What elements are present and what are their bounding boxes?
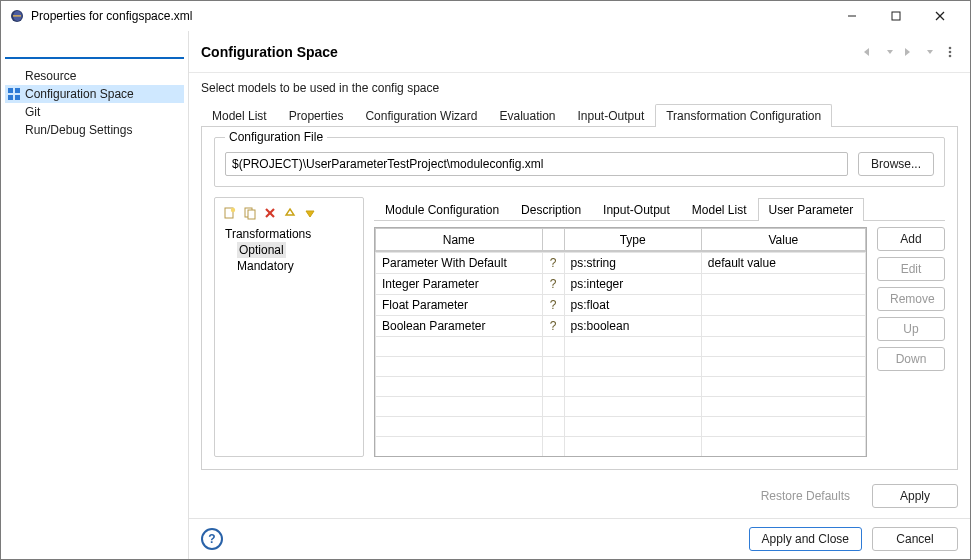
dialog-window: Properties for configspace.xml Resource …	[0, 0, 971, 560]
transformations-panel: Transformations Optional Mandatory	[214, 197, 364, 457]
inner-tab-description[interactable]: Description	[510, 198, 592, 221]
cell-value	[701, 295, 865, 316]
tab-model-list[interactable]: Model List	[201, 104, 278, 127]
down-arrow-icon[interactable]	[301, 204, 319, 222]
col-name[interactable]: Name	[376, 229, 543, 251]
tab-input-output[interactable]: Input-Output	[567, 104, 656, 127]
cell-name: Float Parameter	[376, 295, 543, 316]
menu-icon[interactable]	[942, 44, 958, 60]
new-file-icon[interactable]	[221, 204, 239, 222]
filter-input[interactable]	[5, 37, 184, 59]
config-space-icon	[7, 87, 21, 101]
help-icon[interactable]: ?	[201, 528, 223, 550]
svg-rect-8	[15, 88, 20, 93]
cell-type: ps:string	[564, 253, 701, 274]
header-nav-icons	[862, 44, 958, 60]
svg-rect-7	[8, 88, 13, 93]
tree-item-mandatory[interactable]: Mandatory	[221, 258, 357, 274]
browse-button[interactable]: Browse...	[858, 152, 934, 176]
up-arrow-icon[interactable]	[281, 204, 299, 222]
tab-properties[interactable]: Properties	[278, 104, 355, 127]
inner-tab-user-parameter[interactable]: User Parameter	[758, 198, 865, 221]
cell-name: Parameter With Default	[376, 253, 543, 274]
col-type[interactable]: Type	[564, 229, 701, 251]
svg-rect-2	[13, 15, 21, 16]
dialog-body: Resource Configuration Space Git Run/Deb…	[1, 31, 970, 559]
apply-button[interactable]: Apply	[872, 484, 958, 508]
cell-value: default value	[701, 253, 865, 274]
table-row[interactable]: Parameter With Default ? ps:string defau…	[376, 253, 866, 274]
col-value[interactable]: Value	[701, 229, 865, 251]
page-header: Configuration Space	[189, 31, 970, 73]
config-file-legend: Configuration File	[225, 130, 327, 144]
inner-tab-model-list[interactable]: Model List	[681, 198, 758, 221]
cell-value	[701, 274, 865, 295]
nav-item-configuration-space[interactable]: Configuration Space	[5, 85, 184, 103]
table-row[interactable]: Float Parameter ? ps:float	[376, 295, 866, 316]
transformations-tree[interactable]: Transformations Optional Mandatory	[221, 226, 357, 274]
nav-item-run-debug[interactable]: Run/Debug Settings	[5, 121, 184, 139]
svg-point-12	[949, 50, 952, 53]
subheader: Select models to be used in the config s…	[201, 81, 958, 95]
forward-dropdown-icon[interactable]	[922, 44, 938, 60]
right-panel: Module Configuration Description Input-O…	[374, 197, 945, 457]
svg-point-11	[949, 46, 952, 49]
table-row[interactable]: Integer Parameter ? ps:integer	[376, 274, 866, 295]
help-icon[interactable]: ?	[542, 253, 564, 274]
forward-icon[interactable]	[902, 44, 918, 60]
edit-button[interactable]: Edit	[877, 257, 945, 281]
tab-evaluation[interactable]: Evaluation	[488, 104, 566, 127]
maximize-button[interactable]	[874, 2, 918, 30]
cell-type: ps:integer	[564, 274, 701, 295]
help-icon[interactable]: ?	[542, 274, 564, 295]
eclipse-icon	[9, 8, 25, 24]
col-help[interactable]	[542, 229, 564, 251]
outer-tabstrip: Model List Properties Configuration Wiza…	[201, 103, 958, 127]
inner-tab-module-config[interactable]: Module Configuration	[374, 198, 510, 221]
restore-defaults-button[interactable]: Restore Defaults	[749, 484, 862, 508]
copy-icon[interactable]	[241, 204, 259, 222]
apply-close-button[interactable]: Apply and Close	[749, 527, 862, 551]
parameter-grid[interactable]: Name Type Value	[374, 227, 867, 457]
table-row[interactable]: Boolean Parameter ? ps:boolean	[376, 316, 866, 337]
tab-transformation-config[interactable]: Transformation Configuration	[655, 104, 832, 127]
inner-tabstrip: Module Configuration Description Input-O…	[374, 197, 945, 221]
table-row	[376, 437, 866, 457]
svg-point-15	[231, 208, 235, 212]
nav-label: Git	[25, 105, 40, 119]
minimize-button[interactable]	[830, 2, 874, 30]
nav-item-git[interactable]: Git	[5, 103, 184, 121]
back-dropdown-icon[interactable]	[882, 44, 898, 60]
tab-config-wizard[interactable]: Configuration Wizard	[354, 104, 488, 127]
close-button[interactable]	[918, 2, 962, 30]
tree-item-optional[interactable]: Optional	[221, 242, 357, 258]
help-icon[interactable]: ?	[542, 316, 564, 337]
delete-icon[interactable]	[261, 204, 279, 222]
svg-rect-9	[8, 95, 13, 100]
cell-value	[701, 316, 865, 337]
remove-button[interactable]: Remove	[877, 287, 945, 311]
grid-wrap: Name Type Value	[374, 227, 945, 457]
down-button[interactable]: Down	[877, 347, 945, 371]
back-icon[interactable]	[862, 44, 878, 60]
add-button[interactable]: Add	[877, 227, 945, 251]
cell-type: ps:float	[564, 295, 701, 316]
window-controls	[830, 2, 962, 30]
nav-label: Configuration Space	[25, 87, 134, 101]
table-row	[376, 377, 866, 397]
help-icon[interactable]: ?	[542, 295, 564, 316]
tree-root-item[interactable]: Transformations	[221, 226, 357, 242]
cell-name: Boolean Parameter	[376, 316, 543, 337]
cancel-button[interactable]: Cancel	[872, 527, 958, 551]
page-title: Configuration Space	[201, 44, 862, 60]
config-file-input[interactable]	[225, 152, 848, 176]
nav-item-resource[interactable]: Resource	[5, 67, 184, 85]
table-row	[376, 397, 866, 417]
sidebar: Resource Configuration Space Git Run/Deb…	[1, 31, 189, 559]
titlebar: Properties for configspace.xml	[1, 1, 970, 31]
content: Select models to be used in the config s…	[189, 73, 970, 476]
inner-tab-input-output[interactable]: Input-Output	[592, 198, 681, 221]
up-button[interactable]: Up	[877, 317, 945, 341]
table-row	[376, 357, 866, 377]
inner-split: Transformations Optional Mandatory Modul…	[214, 197, 945, 457]
